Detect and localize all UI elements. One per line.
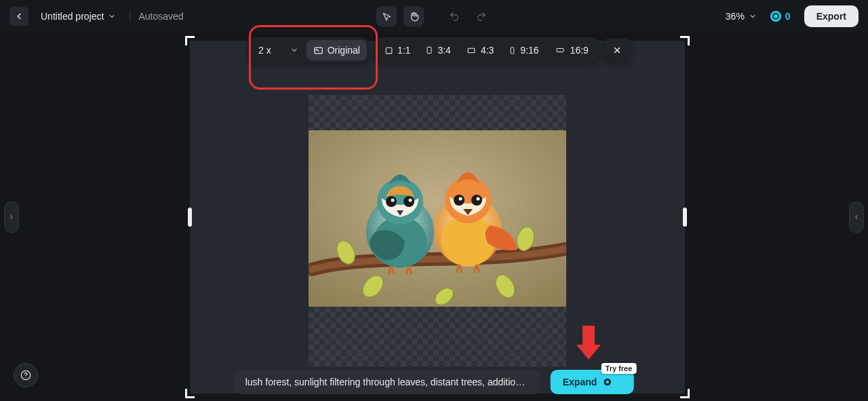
aspect-label: 4:3 [481, 45, 494, 56]
resize-handle-left[interactable] [188, 208, 192, 227]
expand-button[interactable]: Expand Try free [551, 370, 634, 394]
prompt-input[interactable]: lush forest, sunlight filtering through … [235, 370, 541, 394]
chevron-right-icon [8, 212, 15, 222]
chevron-left-icon [853, 212, 860, 222]
resize-handle-right[interactable] [683, 208, 687, 227]
cursor-icon [382, 12, 392, 22]
redo-icon [476, 11, 487, 22]
help-button[interactable] [14, 363, 38, 387]
canvas-image[interactable] [309, 130, 566, 307]
chevron-left-icon [14, 12, 24, 21]
aspect-landscape-icon [466, 46, 477, 55]
svg-rect-25 [468, 48, 475, 53]
credits-display[interactable]: 0 [770, 11, 791, 22]
aspect-square-icon [384, 46, 393, 55]
bottom-controls: lush forest, sunlight filtering through … [235, 370, 634, 394]
aspect-original[interactable]: Original [307, 40, 367, 60]
redo-button[interactable] [471, 6, 492, 26]
chevron-down-icon [749, 12, 757, 20]
close-icon [612, 45, 622, 55]
svg-point-10 [403, 196, 414, 207]
autosave-status: Autosaved [130, 11, 183, 22]
aspect-portrait-icon [425, 45, 433, 55]
zoom-control[interactable]: 36% [726, 11, 757, 22]
aspect-label: 16:9 [570, 45, 589, 56]
aspect-label: Original [328, 45, 360, 56]
top-bar: Untitled project Autosaved 36% 0 Export [0, 0, 868, 33]
help-icon [20, 370, 31, 381]
aspect-16-9[interactable]: 16:9 [547, 40, 595, 60]
crop-toolbar: 2 x Original 1:1 3:4 4:3 9:16 [248, 37, 631, 63]
credits-icon [602, 377, 612, 387]
hand-icon [409, 12, 419, 22]
undo-button[interactable] [444, 6, 465, 26]
canvas-tools [376, 6, 492, 26]
image-transparent-area [309, 95, 566, 366]
svg-rect-26 [511, 47, 515, 53]
project-name[interactable]: Untitled project [41, 11, 116, 22]
aspect-1-1[interactable]: 1:1 [378, 40, 417, 60]
right-panel-toggle[interactable] [849, 202, 864, 233]
resize-handle-br[interactable] [680, 389, 690, 398]
resize-handle-tr[interactable] [680, 36, 690, 45]
svg-point-12 [409, 199, 412, 202]
aspect-wide-icon [554, 46, 566, 54]
try-free-badge: Try free [601, 363, 637, 374]
aspect-original-icon [313, 45, 323, 56]
credits-value: 0 [785, 11, 791, 22]
svg-point-18 [459, 197, 462, 201]
svg-point-17 [471, 195, 482, 206]
aspect-9-16[interactable]: 9:16 [502, 40, 545, 60]
svg-rect-23 [386, 47, 392, 54]
svg-rect-24 [427, 47, 431, 54]
back-button[interactable] [9, 7, 28, 26]
aspect-label: 3:4 [437, 45, 450, 56]
svg-point-21 [25, 377, 26, 378]
export-button[interactable]: Export [804, 5, 859, 27]
chevron-down-icon [108, 12, 116, 20]
aspect-tall-icon [509, 45, 516, 56]
expand-label: Expand [563, 377, 597, 387]
left-panel-toggle[interactable] [4, 202, 19, 233]
svg-point-31 [606, 381, 609, 384]
credits-icon [770, 11, 781, 22]
birds-illustration-icon [309, 130, 566, 307]
aspect-4-3[interactable]: 4:3 [459, 40, 500, 60]
svg-point-9 [386, 196, 397, 207]
canvas-stage [0, 33, 868, 401]
svg-rect-27 [557, 49, 564, 52]
canvas-selection[interactable] [190, 41, 685, 394]
hand-tool[interactable] [403, 6, 424, 26]
aspect-label: 1:1 [397, 45, 410, 56]
undo-icon [449, 11, 460, 22]
project-name-text: Untitled project [41, 11, 104, 22]
scale-dropdown[interactable]: 2 x [250, 40, 305, 60]
aspect-3-4[interactable]: 3:4 [418, 40, 457, 60]
resize-handle-tl[interactable] [185, 36, 195, 45]
zoom-value: 36% [726, 11, 745, 22]
svg-point-11 [391, 199, 395, 202]
scale-value: 2 x [258, 45, 271, 56]
chevron-down-icon [290, 46, 298, 54]
svg-point-16 [454, 195, 465, 206]
crop-close-button[interactable] [606, 41, 628, 60]
svg-point-19 [477, 197, 480, 201]
aspect-label: 9:16 [520, 45, 538, 56]
resize-handle-bl[interactable] [185, 389, 195, 398]
pointer-tool[interactable] [376, 6, 397, 26]
